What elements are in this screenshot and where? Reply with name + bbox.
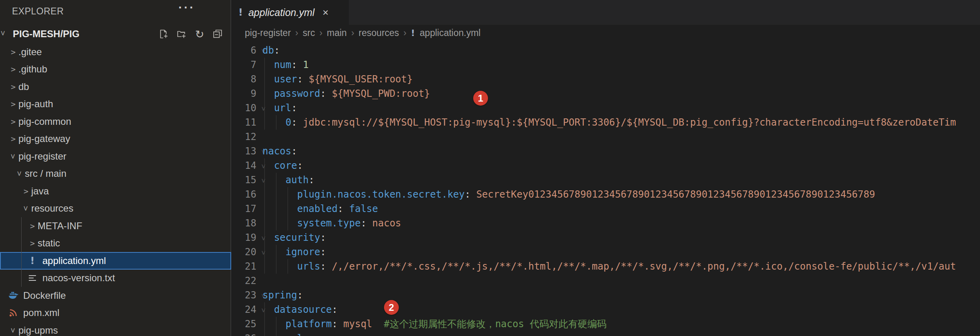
code-line-20[interactable]: 20> ignore: — [232, 245, 980, 259]
tree-folder-java[interactable]: >java — [0, 182, 231, 200]
line-number: 11 — [232, 115, 256, 130]
code-text: core: — [262, 158, 303, 173]
tree-folder-pig-upms[interactable]: >pig-upms — [0, 322, 231, 336]
breadcrumb-segment-src[interactable]: src — [303, 28, 315, 38]
more-actions-icon[interactable]: ··· — [178, 1, 195, 14]
code-text: spring: — [262, 288, 303, 302]
line-number: 21 — [232, 259, 256, 274]
code-text: system.type: nacos — [262, 216, 401, 230]
code-text: nacos: — [262, 144, 297, 158]
breadcrumb-separator: › — [399, 28, 411, 38]
code-text: password: ${MYSQL_PWD:root} — [262, 86, 430, 101]
code-line-24[interactable]: 24> datasource: — [232, 302, 980, 317]
code-text: db: — [262, 43, 280, 58]
tree-folder-static[interactable]: >static — [0, 235, 231, 252]
tree-folder-resources[interactable]: >resources — [0, 200, 231, 218]
tree-file-nacos-version-txt[interactable]: nacos-version.txt — [0, 270, 231, 287]
code-line-7[interactable]: 7 num: 1 — [232, 58, 980, 72]
code-line-13[interactable]: 13>nacos: — [232, 144, 980, 158]
tree-item-label: .github — [18, 64, 47, 75]
refresh-explorer-icon[interactable]: ↻ — [194, 28, 206, 40]
chevron-down-icon: > — [8, 152, 18, 161]
workspace-root-row[interactable]: > PIG-MESH/PIG ↻ — [0, 25, 230, 42]
tree-item-label: src / main — [25, 168, 66, 179]
code-text: security: — [262, 230, 326, 245]
code-text: 0: jdbc:mysql://${MYSQL_HOST:pig-mysql}:… — [262, 115, 956, 130]
tab-label: application.yml — [248, 7, 314, 18]
code-line-6[interactable]: 6>db: — [232, 43, 980, 58]
breadcrumb-file-name[interactable]: application.yml — [420, 28, 480, 38]
annotation-badge-2: 2 — [384, 300, 399, 315]
breadcrumb-segment-pig-register[interactable]: pig-register — [245, 28, 291, 38]
code-line-8[interactable]: 8 user: ${MYSQL_USER:root} — [232, 72, 980, 86]
breadcrumb-segment-resources[interactable]: resources — [359, 28, 399, 38]
code-editor[interactable]: 6>db:7 num: 18 user: ${MYSQL_USER:root}9… — [232, 41, 980, 336]
code-text: enabled: false — [262, 202, 378, 216]
line-number: 24 — [232, 302, 256, 317]
code-text: urls: /,/error,/**/*.css,/**/*.js,/**/*.… — [262, 259, 956, 274]
code-line-14[interactable]: 14> core: — [232, 158, 980, 173]
tree-folder-db[interactable]: >db — [0, 78, 231, 96]
editor-tab-strip: ! application.yml × — [232, 0, 980, 25]
tree-folder-pig-auth[interactable]: >pig-auth — [0, 96, 231, 113]
tree-file-pom-xml[interactable]: pom.xml — [0, 304, 231, 322]
line-number: 20 — [232, 245, 256, 259]
line-number: 22 — [232, 274, 256, 288]
code-line-15[interactable]: 15> auth: — [232, 173, 980, 187]
tree-file-application-yml[interactable]: !application.yml — [0, 252, 231, 270]
close-icon[interactable]: × — [322, 7, 328, 18]
yaml-warning-icon: ! — [27, 255, 38, 266]
breadcrumb: pig-register›src›main›resources›!applica… — [232, 25, 980, 41]
code-line-17[interactable]: 17 enabled: false — [232, 202, 980, 216]
chevron-right-icon: > — [8, 117, 18, 126]
code-line-25[interactable]: 25 platform: mysql #这个过期属性不能修改，nacos 代码对… — [232, 317, 980, 331]
code-text: url: — [262, 331, 309, 336]
chevron-down-icon: > — [14, 169, 25, 178]
line-number: 13 — [232, 144, 256, 158]
line-number: 8 — [232, 72, 256, 86]
vscode-window: EXPLORER ··· > PIG-MESH/PIG ↻ >.gitee>.g… — [0, 0, 980, 336]
code-line-19[interactable]: 19> security: — [232, 230, 980, 245]
code-text: datasource: — [262, 302, 338, 317]
tree-item-label: nacos-version.txt — [42, 272, 115, 284]
code-line-11[interactable]: 11 0: jdbc:mysql://${MYSQL_HOST:pig-mysq… — [232, 115, 980, 130]
collapse-folders-icon[interactable] — [212, 28, 224, 40]
tree-item-label: static — [38, 238, 60, 249]
code-line-18[interactable]: 18 system.type: nacos — [232, 216, 980, 230]
tree-item-label: resources — [31, 203, 73, 214]
new-folder-icon[interactable] — [176, 28, 188, 40]
code-line-9[interactable]: 9 password: ${MYSQL_PWD:root} — [232, 86, 980, 101]
breadcrumb-separator: › — [315, 28, 327, 38]
code-line-16[interactable]: 16 plugin.nacos.token.secret.key: Secret… — [232, 187, 980, 202]
tree-folder-pig-register[interactable]: >pig-register — [0, 148, 231, 165]
chevron-right-icon: > — [8, 99, 18, 109]
breadcrumb-segment-main[interactable]: main — [327, 28, 347, 38]
code-line-12[interactable]: 12 — [232, 130, 980, 144]
code-line-26[interactable]: 26 url: — [232, 331, 980, 336]
line-number: 14 — [232, 158, 256, 173]
tree-folder--gitee[interactable]: >.gitee — [0, 43, 231, 61]
tree-folder--github[interactable]: >.github — [0, 61, 231, 78]
tree-folder-pig-common[interactable]: >pig-common — [0, 113, 231, 130]
code-line-10[interactable]: 10> url: — [232, 101, 980, 115]
breadcrumb-separator: › — [291, 28, 303, 38]
code-line-22[interactable]: 22 — [232, 274, 980, 288]
tree-item-label: application.yml — [42, 255, 106, 266]
tree-folder-pig-gateway[interactable]: >pig-gateway — [0, 130, 231, 148]
line-number: 19 — [232, 230, 256, 245]
tree-item-label: .gitee — [18, 46, 42, 58]
code-line-23[interactable]: 23>spring: — [232, 288, 980, 302]
tab-application-yml[interactable]: ! application.yml × — [232, 0, 349, 25]
tree-file-dockerfile[interactable]: Dockerfile — [0, 287, 231, 304]
code-line-21[interactable]: 21 urls: /,/error,/**/*.css,/**/*.js,/**… — [232, 259, 980, 274]
chevron-right-icon: > — [27, 221, 38, 231]
new-file-icon[interactable] — [158, 28, 170, 40]
chevron-right-icon: > — [21, 186, 31, 196]
text-file-icon — [27, 274, 38, 282]
tree-folder-src-main[interactable]: >src / main — [0, 165, 231, 183]
line-number: 15 — [232, 173, 256, 187]
code-text: user: ${MYSQL_USER:root} — [262, 72, 413, 86]
code-text: num: 1 — [262, 58, 309, 72]
code-text: ignore: — [262, 245, 326, 259]
tree-folder-meta-inf[interactable]: >META-INF — [0, 217, 231, 235]
